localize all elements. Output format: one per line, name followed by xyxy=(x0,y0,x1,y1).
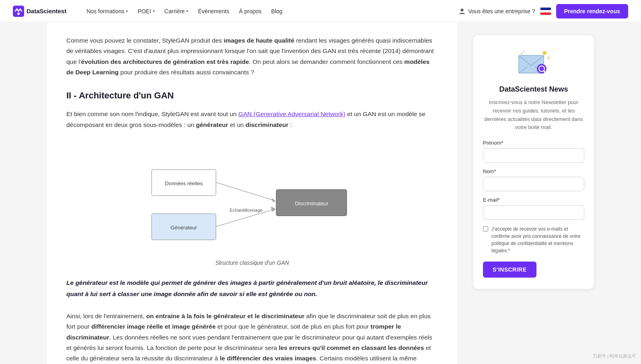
enterprise-icon xyxy=(458,8,466,15)
logo-icon xyxy=(13,6,24,17)
svg-point-19 xyxy=(547,57,550,59)
email-group: E-mail* xyxy=(483,197,584,220)
chevron-down-icon: ▾ xyxy=(153,9,155,13)
svg-point-18 xyxy=(542,51,546,55)
newsletter-icon-wrap xyxy=(483,47,584,79)
sidebar-description: Inscrivez-vous à notre Newsletter pour r… xyxy=(483,98,584,132)
svg-line-9 xyxy=(216,182,275,201)
newsletter-form: Prénom* Nom* E-mail* J'accepte de recevo… xyxy=(483,140,584,278)
body-paragraph-2: Ainsi, lors de l'entrainement, on entrai… xyxy=(66,311,438,364)
svg-point-23 xyxy=(521,53,522,55)
gan-link[interactable]: GAN (Generative Adversarial Network) xyxy=(238,110,345,117)
cta-button[interactable]: Prendre rendez-vous xyxy=(556,4,628,18)
diagram: Données réelles Générateur Discriminateu… xyxy=(136,141,369,256)
nav-item-poei[interactable]: POEI ▾ xyxy=(134,6,158,17)
chevron-down-icon: ▾ xyxy=(186,9,188,13)
main-content: Comme vous pouvez le constater, StyleGAN… xyxy=(47,22,457,364)
prenom-input[interactable] xyxy=(483,148,584,163)
newsletter-card: DataScientest News Inscrivez-vous à notr… xyxy=(473,35,594,289)
nom-group: Nom* xyxy=(483,168,584,191)
logo[interactable]: DataScientest xyxy=(13,6,66,17)
nom-label: Nom* xyxy=(483,168,584,174)
nav-item-blog[interactable]: Blog xyxy=(267,6,286,17)
language-flag[interactable] xyxy=(540,7,551,15)
email-label: E-mail* xyxy=(483,197,584,203)
prenom-group: Prénom* xyxy=(483,140,584,163)
body-paragraph-1: Et bien comme son nom l'indique, StyleGA… xyxy=(66,109,438,130)
sidebar: DataScientest News Inscrivez-vous à notr… xyxy=(473,22,594,302)
page-wrapper: Comme vous pouvez le constater, StyleGAN… xyxy=(39,22,602,364)
gan-diagram-svg: Données réelles Générateur Discriminateu… xyxy=(144,149,361,246)
intro-paragraph: Comme vous pouvez le constater, StyleGAN… xyxy=(66,35,438,78)
svg-point-1 xyxy=(17,12,20,15)
subscribe-button[interactable]: S'INSCRIRE xyxy=(483,262,536,278)
svg-text:Discriminateur: Discriminateur xyxy=(295,200,329,207)
logo-text: DataScientest xyxy=(27,8,66,14)
prenom-label: Prénom* xyxy=(483,140,584,146)
diagram-caption: Structure classique d'un GAN xyxy=(215,260,289,266)
navbar: DataScientest Nos formations ▾ POEI ▾ Ca… xyxy=(0,0,641,22)
watermark: 刃易号 | 时尚玩家岳可 xyxy=(593,353,636,359)
svg-text:Générateur: Générateur xyxy=(171,225,197,231)
chevron-down-icon: ▾ xyxy=(126,9,128,13)
svg-text:Données réelles: Données réelles xyxy=(165,180,203,186)
nav-item-apropos[interactable]: À propos xyxy=(235,6,265,17)
blockquote-text: Le générateur est le modèle qui permet d… xyxy=(66,277,438,300)
sidebar-title: DataScientest News xyxy=(483,85,584,94)
email-input[interactable] xyxy=(483,205,584,220)
svg-point-24 xyxy=(523,51,524,52)
section-title: II - Architecture d'un GAN xyxy=(66,90,438,101)
newsletter-icon xyxy=(516,47,552,79)
svg-text:Echantillonnage: Echantillonnage xyxy=(230,208,263,213)
diagram-container: Données réelles Générateur Discriminateu… xyxy=(66,141,438,266)
enterprise-link[interactable]: Vous êtes une entreprise ? xyxy=(458,8,535,15)
nav-item-carriere[interactable]: Carrière ▾ xyxy=(160,6,193,17)
nav-item-formations[interactable]: Nos formations ▾ xyxy=(82,6,132,17)
consent-label: J'accepte de recevoir vos e-mails et con… xyxy=(491,225,584,254)
svg-point-2 xyxy=(461,8,464,11)
consent-row: J'accepte de recevoir vos e-mails et con… xyxy=(483,225,584,254)
nom-input[interactable] xyxy=(483,177,584,191)
nav-item-evenements[interactable]: Évènements xyxy=(194,6,233,17)
nav-links: Nos formations ▾ POEI ▾ Carrière ▾ Évène… xyxy=(82,6,458,17)
consent-checkbox[interactable] xyxy=(483,226,488,231)
nav-right: Vous êtes une entreprise ? Prendre rende… xyxy=(458,4,628,18)
